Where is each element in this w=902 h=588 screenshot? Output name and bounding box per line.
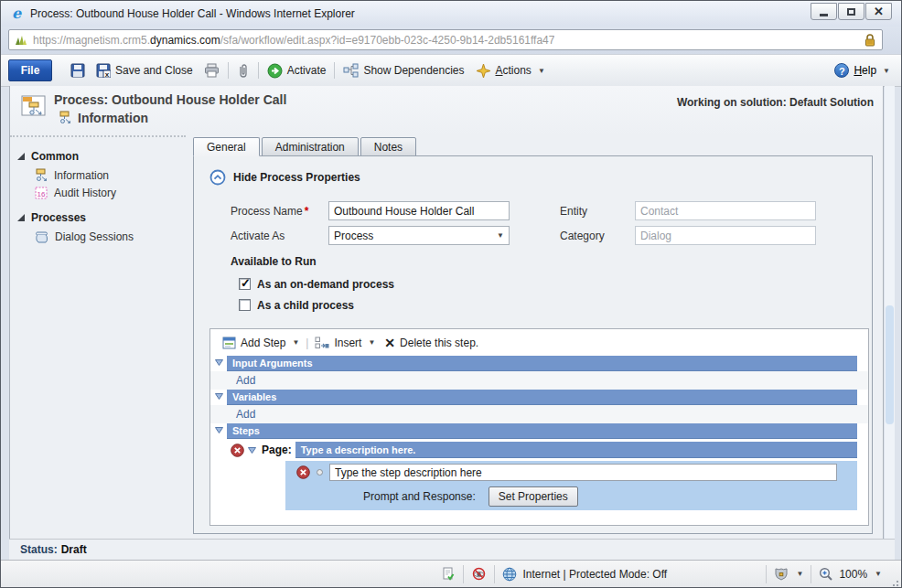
section-chevron-icon[interactable] [215, 427, 223, 433]
sidebar-item-audit-history[interactable]: 16 Audit History [10, 184, 186, 201]
help-button[interactable]: ? Help ▼ [834, 63, 890, 78]
sidebar-group-common[interactable]: Common [10, 148, 186, 165]
delete-x-icon: ✕ [384, 336, 395, 350]
delete-step-icon[interactable] [231, 444, 244, 457]
category-label: Category [560, 230, 635, 242]
chevron-down-icon: ▼ [796, 570, 803, 578]
scrollbar-thumb[interactable] [886, 305, 894, 424]
page-subtitle: Information [78, 111, 148, 125]
variables-bar[interactable]: Variables [227, 390, 857, 405]
section-chevron-icon[interactable] [215, 359, 223, 366]
show-dependencies-button[interactable]: Show Dependencies [338, 59, 469, 81]
collapse-triangle-icon [17, 214, 25, 221]
hide-process-properties-toggle[interactable]: Hide Process Properties [209, 169, 872, 186]
tracking-protection-button[interactable] [471, 567, 487, 581]
on-demand-checkbox-row[interactable]: As an on-demand process [194, 273, 872, 294]
insert-icon [315, 337, 329, 349]
save-icon [70, 63, 85, 78]
entity-label: Entity [560, 205, 635, 218]
on-demand-checkbox[interactable] [239, 278, 251, 290]
lock-icon[interactable] [864, 33, 876, 48]
ie-logo-icon: e [8, 5, 25, 22]
page-report-button[interactable] [442, 567, 456, 581]
step-editor: Add Step▼ | Insert▼ [209, 328, 869, 526]
save-and-close-icon: x [96, 63, 111, 78]
step-toolbar: Add Step▼ | Insert▼ [210, 329, 868, 356]
maximize-button[interactable] [838, 3, 864, 20]
chevron-up-circle-icon [209, 169, 226, 186]
tab-administration[interactable]: Administration [262, 137, 359, 156]
process-name-input[interactable] [328, 201, 510, 220]
information-workflow-icon [58, 111, 72, 125]
add-input-argument-link[interactable]: Add [236, 374, 255, 387]
tab-general[interactable]: General [193, 137, 260, 156]
step-description-input[interactable] [329, 464, 837, 481]
crm-header: Process: Outbound House Holder Call Info… [10, 86, 883, 135]
zoom-control[interactable]: 100% ▼ [819, 567, 882, 582]
set-properties-button[interactable]: Set Properties [489, 486, 578, 507]
save-and-close-button[interactable]: x Save and Close [91, 59, 199, 81]
minimize-button[interactable] [811, 3, 837, 20]
actions-button[interactable]: Actions ▼ [470, 59, 551, 81]
sidebar-item-dialog-sessions[interactable]: Dialog Sessions [10, 228, 186, 245]
file-button[interactable]: File [8, 59, 52, 81]
ribbon-toolbar: File x Save and Close [1, 54, 901, 87]
close-button[interactable]: ✕ [865, 3, 892, 20]
page-scrollbar[interactable] [885, 86, 895, 539]
chevron-down-icon: ▼ [875, 570, 882, 578]
activate-as-select[interactable]: Process ▼ [328, 226, 510, 245]
dependencies-icon [343, 63, 359, 78]
prompt-response-label: Prompt and Response: [363, 490, 476, 503]
delete-step-button[interactable]: ✕ Delete this step. [380, 336, 483, 350]
crm-favicon [15, 34, 27, 47]
section-chevron-icon[interactable] [248, 447, 256, 454]
print-icon [204, 63, 220, 78]
status-value: Draft [61, 543, 87, 556]
child-process-checkbox-row[interactable]: As a child process [194, 294, 872, 315]
audit-history-icon: 16 [34, 186, 48, 200]
window-title: Process: Outbound House Holder Call - Wi… [30, 7, 355, 20]
add-variable-link[interactable]: Add [236, 408, 255, 421]
address-bar-row: https://magnetism.crm5.dynamics.com/sfa/… [1, 27, 901, 54]
tab-notes[interactable]: Notes [360, 137, 416, 156]
tab-strip: General Administration Notes [193, 137, 416, 156]
page-step-row: Page: Type a description here. [210, 441, 868, 459]
address-input[interactable]: https://magnetism.crm5.dynamics.com/sfa/… [8, 29, 883, 50]
no-tracking-eye-icon [471, 567, 487, 581]
general-tab-panel: Hide Process Properties Process Name* En… [193, 155, 873, 534]
page-description-bar[interactable]: Type a description here. [295, 442, 857, 458]
process-name-label: Process Name* [231, 205, 328, 218]
child-process-checkbox[interactable] [239, 299, 251, 311]
ie-status-bar: Internet | Protected Mode: Off ▼ 100% ▼ [1, 560, 901, 587]
svg-text:x: x [105, 70, 110, 79]
security-settings-button[interactable]: ▼ [774, 567, 803, 581]
actions-label: A [496, 64, 503, 77]
url-text: https://magnetism.crm5.dynamics.com/sfa/… [33, 34, 554, 47]
security-zone[interactable]: Internet | Protected Mode: Off [502, 567, 758, 582]
sidebar-group-processes[interactable]: Processes [10, 209, 186, 226]
delete-step-icon[interactable] [296, 465, 310, 479]
svg-text:16: 16 [38, 189, 46, 198]
input-arguments-bar[interactable]: Input Arguments [227, 356, 857, 371]
steps-bar[interactable]: Steps [227, 423, 857, 439]
insert-button[interactable]: Insert▼ [310, 337, 380, 349]
attach-button[interactable] [231, 59, 255, 81]
entity-input [635, 201, 816, 220]
main-content: General Administration Notes Hide Proces… [186, 135, 883, 539]
step-select-bullet[interactable] [317, 469, 323, 476]
process-header-icon [21, 93, 47, 119]
print-button[interactable] [199, 59, 225, 81]
sidebar-item-information[interactable]: Information [10, 166, 186, 184]
activate-button[interactable]: Activate [262, 59, 332, 81]
add-step-button[interactable]: Add Step▼ [218, 337, 304, 349]
information-workflow-icon [34, 168, 48, 183]
section-chevron-icon[interactable] [215, 393, 223, 400]
activate-as-label: Activate As [231, 230, 328, 242]
help-icon: ? [834, 63, 849, 78]
resize-grip[interactable] [887, 572, 898, 583]
process-properties-form: Process Name* Entity Activate As Process… [194, 198, 872, 315]
collapse-triangle-icon [17, 153, 25, 160]
save-button[interactable] [65, 59, 91, 81]
actions-label-rest: ctions [503, 64, 532, 77]
status-label: Status: [20, 543, 58, 556]
